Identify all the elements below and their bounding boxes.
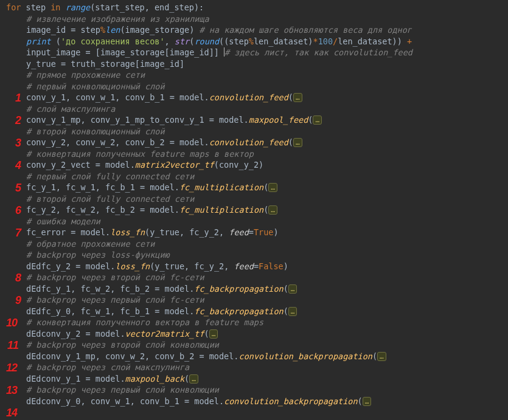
fold-icon[interactable]: … [209, 329, 218, 339]
code-line: # ошибка модели [6, 216, 412, 227]
annotation-14: 14 [2, 407, 17, 419]
code-line: fc_error = model.loss_fn(y_true, fc_y_2,… [6, 227, 412, 238]
annotation-11: 11 [4, 340, 18, 351]
code-line: # слой макспулинга [6, 103, 412, 115]
annotation-12: 12 [2, 362, 17, 374]
code-line: dEdconv_y_2 = model.vector2matrix_tf(… [6, 328, 412, 340]
fold-icon[interactable]: … [189, 374, 198, 384]
code-line: dEdfc_y_1, fc_w_2, fc_b_2 = model.fc_bac… [6, 283, 412, 295]
fold-icon[interactable]: … [268, 183, 277, 192]
code-line: # backprop через второй слой конволюции [6, 339, 412, 351]
fold-icon[interactable]: … [293, 93, 302, 102]
code-line: # конвертация полученного вектора в feat… [6, 317, 412, 328]
code-line: # backprop через второй слой fc-сети [6, 272, 412, 283]
code-line: # backprop через первый слой конволюции [6, 384, 412, 396]
code-line: # прямое прохожение сети [6, 69, 412, 81]
code-line: fc_y_1, fc_w_1, fc_b_1 = model.fc_multip… [6, 182, 412, 193]
fold-icon[interactable]: … [293, 138, 302, 147]
code-line: # первый слой fully connected сети [6, 171, 412, 182]
code-line: conv_y_1, conv_w_1, conv_b_1 = model.con… [6, 92, 412, 103]
code-editor[interactable]: for step in range(start_step, end_step):… [0, 0, 412, 407]
code-line: # второй конволюционный слой [6, 126, 412, 137]
fold-icon[interactable]: … [377, 352, 386, 361]
code-line: # первый конволюционный слой [6, 81, 412, 92]
code-line: y_true = truth_storage[image_id] [6, 58, 412, 70]
code-line: # backprop через первый слой fc-сети [6, 294, 412, 306]
code-line: print ('до сохранения весов', str(round(… [6, 36, 412, 47]
code-line: conv_y_2, conv_w_2, conv_b_2 = model.con… [6, 137, 412, 148]
annotation-4: 4 [6, 160, 21, 171]
code-line: dEdconv_y_0, conv_w_1, conv_b_1 = model.… [6, 396, 412, 407]
annotation-13: 13 [2, 385, 17, 396]
annotation-10: 10 [2, 317, 17, 329]
code-line: dEdfc_y_2 = model.loss_fn(y_true, fc_y_2… [6, 261, 412, 272]
code-line: # обратное прохожение сети [6, 238, 412, 250]
code-line: # конвертация полученных feature maps в … [6, 148, 412, 160]
annotation-1: 1 [6, 92, 21, 104]
code-line: # backprop через loss-функцию [6, 249, 412, 261]
code-line: # backprop через слой макспулинга [6, 362, 412, 373]
annotation-7: 7 [6, 227, 21, 239]
fold-icon[interactable]: … [288, 307, 297, 316]
code-line: conv_y_1_mp, conv_y_1_mp_to_conv_y_1 = m… [6, 114, 412, 126]
code-line: image_id = step%len(image_storage) # на … [6, 24, 412, 36]
fold-icon[interactable]: … [363, 397, 372, 406]
annotation-2: 2 [6, 115, 21, 126]
code-line: conv_y_2_vect = model.matrix2vector_tf(c… [6, 159, 412, 171]
annotation-3: 3 [6, 137, 21, 149]
fold-icon[interactable]: … [268, 205, 277, 215]
code-line: dEdfc_y_0, fc_w_1, fc_b_1 = model.fc_bac… [6, 306, 412, 317]
fold-icon[interactable]: … [288, 284, 297, 294]
code-line: dEdconv_y_1_mp, conv_w_2, conv_b_2 = mod… [6, 351, 412, 362]
annotation-5: 5 [6, 182, 21, 194]
code-line: for step in range(start_step, end_step): [6, 2, 412, 13]
code-line: dEdconv_y_1 = model.maxpool_back(… [6, 373, 412, 385]
code-line: # второй слой fully connected сети [6, 193, 412, 205]
annotation-8: 8 [6, 272, 21, 284]
code-line: # извлечение изображения из хранилища [6, 13, 412, 25]
annotation-9: 9 [6, 295, 21, 306]
code-line: fc_y_2, fc_w_2, fc_b_2 = model.fc_multip… [6, 204, 412, 216]
fold-icon[interactable]: … [313, 115, 322, 125]
annotation-6: 6 [6, 205, 21, 216]
code-line: input_image = [image_storage[image_id]] … [6, 47, 412, 58]
